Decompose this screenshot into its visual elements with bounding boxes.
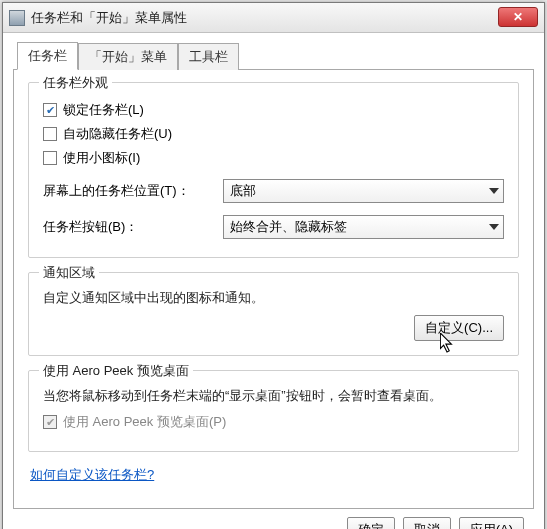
- checkbox-label: 使用小图标(I): [63, 149, 140, 167]
- row-taskbar-buttons: 任务栏按钮(B)： 始终合并、隐藏标签: [43, 215, 504, 239]
- notify-button-row: 自定义(C)...: [43, 315, 504, 341]
- tab-panel-taskbar: 任务栏外观 锁定任务栏(L) 自动隐藏任务栏(U) 使用小图标(I) 屏幕上的任…: [13, 70, 534, 509]
- group-title-appearance: 任务栏外观: [39, 74, 112, 92]
- customize-button[interactable]: 自定义(C)...: [414, 315, 504, 341]
- ok-button[interactable]: 确定: [347, 517, 395, 529]
- group-notification-area: 通知区域 自定义通知区域中出现的图标和通知。 自定义(C)...: [28, 272, 519, 356]
- window-title: 任务栏和「开始」菜单属性: [31, 9, 187, 27]
- checkbox-autohide-taskbar[interactable]: 自动隐藏任务栏(U): [43, 125, 504, 143]
- checkbox-icon: [43, 151, 57, 165]
- checkbox-icon: [43, 127, 57, 141]
- group-taskbar-appearance: 任务栏外观 锁定任务栏(L) 自动隐藏任务栏(U) 使用小图标(I) 屏幕上的任…: [28, 82, 519, 258]
- group-aero-peek: 使用 Aero Peek 预览桌面 当您将鼠标移动到任务栏末端的“显示桌面”按钮…: [28, 370, 519, 452]
- window-icon: [9, 10, 25, 26]
- chevron-down-icon: [489, 188, 499, 194]
- checkbox-icon: [43, 415, 57, 429]
- peek-desc: 当您将鼠标移动到任务栏末端的“显示桌面”按钮时，会暂时查看桌面。: [43, 385, 504, 407]
- checkbox-aero-peek: 使用 Aero Peek 预览桌面(P): [43, 413, 504, 431]
- chevron-down-icon: [489, 224, 499, 230]
- combo-value: 底部: [230, 182, 256, 200]
- combo-taskbar-position[interactable]: 底部: [223, 179, 504, 203]
- checkbox-lock-taskbar[interactable]: 锁定任务栏(L): [43, 101, 504, 119]
- checkbox-label: 使用 Aero Peek 预览桌面(P): [63, 413, 226, 431]
- checkbox-icon: [43, 103, 57, 117]
- label-taskbar-position: 屏幕上的任务栏位置(T)：: [43, 182, 223, 200]
- close-button[interactable]: ✕: [498, 7, 538, 27]
- combo-taskbar-buttons[interactable]: 始终合并、隐藏标签: [223, 215, 504, 239]
- close-icon: ✕: [513, 10, 523, 24]
- notify-desc: 自定义通知区域中出现的图标和通知。: [43, 287, 504, 309]
- apply-button[interactable]: 应用(A): [459, 517, 524, 529]
- combo-value: 始终合并、隐藏标签: [230, 218, 347, 236]
- help-link-row: 如何自定义该任务栏?: [30, 466, 519, 484]
- row-taskbar-position: 屏幕上的任务栏位置(T)： 底部: [43, 179, 504, 203]
- checkbox-label: 锁定任务栏(L): [63, 101, 144, 119]
- tab-toolbars[interactable]: 工具栏: [178, 43, 239, 70]
- group-title-notify: 通知区域: [39, 264, 99, 282]
- cancel-button[interactable]: 取消: [403, 517, 451, 529]
- dialog-button-row: 确定 取消 应用(A): [13, 509, 534, 529]
- properties-window: 任务栏和「开始」菜单属性 ✕ 任务栏 「开始」菜单 工具栏 任务栏外观 锁定任务…: [2, 2, 545, 529]
- help-link[interactable]: 如何自定义该任务栏?: [30, 467, 154, 482]
- checkbox-label: 自动隐藏任务栏(U): [63, 125, 172, 143]
- group-title-peek: 使用 Aero Peek 预览桌面: [39, 362, 193, 380]
- tab-start-menu[interactable]: 「开始」菜单: [78, 43, 178, 70]
- tab-taskbar[interactable]: 任务栏: [17, 42, 78, 70]
- label-taskbar-buttons: 任务栏按钮(B)：: [43, 218, 223, 236]
- tab-strip: 任务栏 「开始」菜单 工具栏: [13, 41, 534, 70]
- client-area: 任务栏 「开始」菜单 工具栏 任务栏外观 锁定任务栏(L) 自动隐藏任务栏(U)…: [3, 33, 544, 529]
- titlebar: 任务栏和「开始」菜单属性 ✕: [3, 3, 544, 33]
- checkbox-small-icons[interactable]: 使用小图标(I): [43, 149, 504, 167]
